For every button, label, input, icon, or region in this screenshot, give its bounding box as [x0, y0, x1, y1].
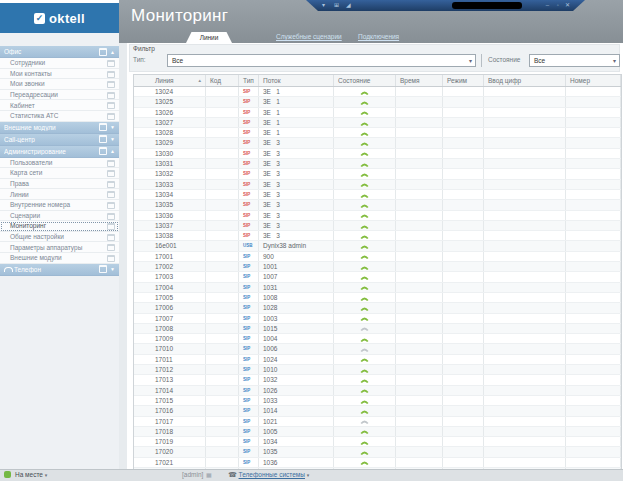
collapse-arrow-icon: ▲ — [110, 49, 115, 55]
table-row[interactable]: 17014SIP1026 — [134, 386, 621, 396]
table-row[interactable]: 17015SIP1033 — [134, 396, 621, 406]
table-row[interactable]: 17007SIP1003 — [134, 314, 621, 324]
column-header[interactable]: Время — [396, 75, 443, 86]
sidebar-section-header[interactable]: Внешние модули▼ — [0, 122, 119, 134]
sidebar-item[interactable]: Внешние модули — [0, 253, 119, 264]
sidebar-item[interactable]: Мои звонки — [0, 79, 119, 90]
minimize-icon[interactable]: – — [546, 0, 549, 11]
presence-status-icon[interactable] — [4, 471, 11, 478]
cell-stream: 1035 — [259, 447, 334, 456]
state-select[interactable]: Все — [529, 54, 620, 67]
column-header[interactable]: Код — [206, 75, 239, 86]
line-type-badge: SIP — [239, 149, 259, 158]
sidebar-item[interactable]: Переадресации — [0, 90, 119, 101]
cell-digits — [484, 211, 566, 220]
table-row[interactable]: 16e001USBDynix38 admin — [134, 241, 621, 251]
sidebar-item[interactable]: Параметры аппаратуры — [0, 242, 119, 253]
cell-stream: 3Е 1 — [259, 118, 334, 127]
table-row[interactable]: 17020SIP1035 — [134, 447, 621, 457]
table-row[interactable]: 17006SIP1028 — [134, 303, 621, 313]
sidebar-splitter[interactable] — [119, 43, 127, 469]
sidebar-item[interactable]: Внутренние номера — [0, 200, 119, 211]
table-row[interactable]: 13032SIP3Е 3 — [134, 169, 621, 179]
cell-code — [206, 118, 239, 127]
cell-line: 16e001 — [134, 241, 206, 250]
menu-arrow-icon[interactable]: ▾ — [322, 0, 325, 11]
cell-number — [566, 180, 621, 189]
panel-grid-icon[interactable]: ⊞ — [334, 0, 339, 11]
table-row[interactable]: 17005SIP1008 — [134, 293, 621, 303]
table-row[interactable]: 13026SIP3Е 1 — [134, 108, 621, 118]
sidebar-section-header[interactable]: Администрирование▲ — [0, 146, 119, 158]
tab-connections[interactable]: Подключения — [358, 33, 399, 40]
column-header[interactable]: Номер — [566, 75, 621, 86]
type-select[interactable]: Все — [167, 54, 476, 67]
table-row[interactable]: 17003SIP1007 — [134, 272, 621, 282]
column-header[interactable]: Тип — [239, 75, 259, 86]
table-row[interactable]: 13036SIP3Е 3 — [134, 211, 621, 221]
table-row[interactable]: 13027SIP3Е 1 — [134, 118, 621, 128]
table-row[interactable]: 17011SIP1024 — [134, 355, 621, 365]
cell-digits — [484, 314, 566, 323]
table-row[interactable]: 17008SIP1015 — [134, 324, 621, 334]
column-header[interactable]: Режим — [443, 75, 484, 86]
column-header[interactable]: Ввод цифр — [484, 75, 566, 86]
table-row[interactable]: 17004SIP1031 — [134, 283, 621, 293]
sidebar-item[interactable]: Сценарии — [0, 211, 119, 222]
table-row[interactable]: 17019SIP1034 — [134, 437, 621, 447]
tab-lines[interactable]: Линии — [186, 32, 232, 43]
sidebar-item[interactable]: Линии — [0, 189, 119, 200]
cell-line: 13031 — [134, 159, 206, 168]
table-row[interactable]: 17016SIP1014 — [134, 406, 621, 416]
sidebar-item[interactable]: Права — [0, 179, 119, 190]
cell-stream: 1006 — [259, 344, 334, 353]
table-row[interactable]: 13034SIP3Е 3 — [134, 190, 621, 200]
table-row[interactable]: 17009SIP1004 — [134, 334, 621, 344]
table-row[interactable]: 13025SIP3Е 1 — [134, 97, 621, 107]
table-row[interactable]: 17010SIP1006 — [134, 344, 621, 354]
table-row[interactable]: 13024SIP3Е 1 — [134, 87, 621, 97]
sidebar-item[interactable]: Кабинет — [0, 100, 119, 111]
table-row[interactable]: 13033SIP3Е 3 — [134, 180, 621, 190]
sidebar-item[interactable]: Мониторинг — [0, 221, 119, 232]
close-icon[interactable]: ✕ — [565, 0, 570, 11]
line-type-badge: SIP — [239, 396, 259, 405]
table-row[interactable]: 17017SIP1021 — [134, 417, 621, 427]
column-header[interactable]: Состояние — [334, 75, 396, 86]
sidebar-item[interactable]: Мои контакты — [0, 69, 119, 80]
table-row[interactable]: 13030SIP3Е 3 — [134, 149, 621, 159]
status-grid-icon[interactable]: ▦ — [206, 469, 212, 481]
options-icon[interactable]: ◦ — [557, 0, 559, 11]
column-header[interactable]: Поток — [259, 75, 334, 86]
table-row[interactable]: 17021SIP1036 — [134, 458, 621, 468]
sidebar-item[interactable]: Статистика АТС — [0, 111, 119, 122]
column-header[interactable]: Линия▲ — [134, 75, 206, 86]
sidebar-item[interactable]: Карта сети — [0, 168, 119, 179]
phone-systems-link[interactable]: ☎ Телефонные системы ▾ — [228, 469, 309, 481]
table-row[interactable]: 13035SIP3Е 3 — [134, 200, 621, 210]
table-row[interactable]: 17001SIP900 — [134, 252, 621, 262]
cell-mode — [443, 128, 484, 137]
cell-line: 13037 — [134, 221, 206, 230]
signal-icon[interactable]: ◢ — [346, 0, 351, 11]
sidebar-item[interactable]: Пользователи — [0, 158, 119, 169]
sidebar-section-header[interactable]: Офис▲ — [0, 46, 119, 58]
sidebar-section-header[interactable]: Телефон▼ — [0, 264, 119, 276]
table-row[interactable]: 17002SIP1001 — [134, 262, 621, 272]
table-row[interactable]: 13031SIP3Е 3 — [134, 159, 621, 169]
table-row[interactable]: 17018SIP1005 — [134, 427, 621, 437]
table-row[interactable]: 13028SIP3Е 1 — [134, 128, 621, 138]
tab-service-scripts[interactable]: Служебные сценарии — [276, 33, 342, 40]
table-row[interactable]: 17013SIP1032 — [134, 375, 621, 385]
sidebar-item[interactable]: Общие настройки — [0, 232, 119, 243]
table-row[interactable]: 13038SIP3Е 3 — [134, 231, 621, 241]
cell-time — [396, 221, 443, 230]
table-row[interactable]: 13029SIP3Е 3 — [134, 138, 621, 148]
sidebar-section-header[interactable]: Call-центр▼ — [0, 134, 119, 146]
table-row[interactable]: 17012SIP1010 — [134, 365, 621, 375]
cell-time — [396, 344, 443, 353]
table-row[interactable]: 13037SIP3Е 3 — [134, 221, 621, 231]
presence-toggle[interactable]: На месте ▾ — [15, 469, 47, 481]
sidebar-item[interactable]: Сотрудники — [0, 58, 119, 69]
sort-asc-icon: ▲ — [198, 75, 202, 86]
